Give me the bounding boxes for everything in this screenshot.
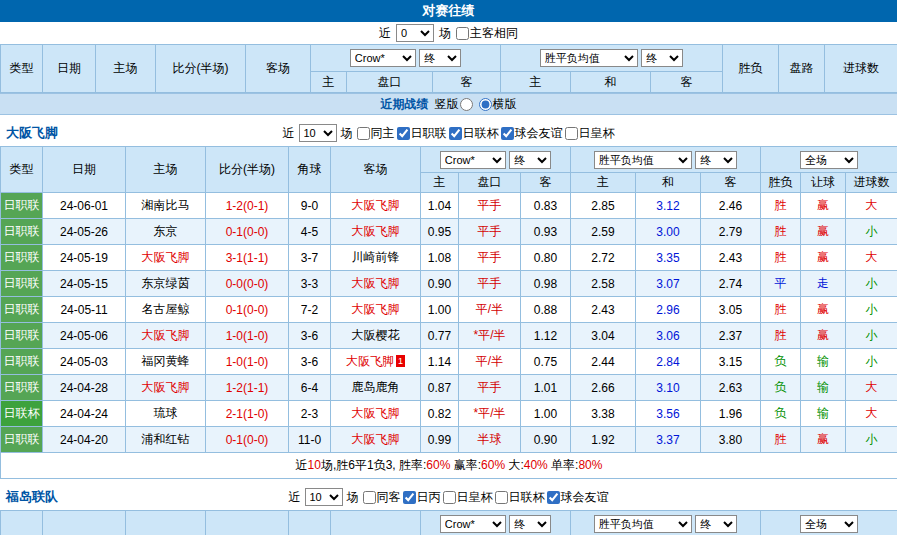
league-cell: 日职联 (1, 297, 43, 323)
avg-away-cell: 2.43 (701, 245, 761, 271)
filter-checkbox[interactable] (357, 127, 370, 140)
filter-option[interactable]: 球会友谊 (501, 125, 563, 142)
away-odds-cell: 1.00 (521, 401, 571, 427)
avg-odds-select[interactable]: 胜平负均值 (540, 49, 638, 67)
home-team-cell: 大阪飞脚 (126, 375, 206, 401)
goals-cell: 小 (846, 349, 897, 375)
home-team-cell: 琉球 (126, 401, 206, 427)
col-away: 客场 (246, 45, 311, 93)
filter-checkbox[interactable] (547, 491, 560, 504)
filter-checkbox[interactable] (397, 127, 410, 140)
avg-away-cell: 2.74 (701, 271, 761, 297)
avg-odds-select[interactable]: 胜平负均值 (594, 515, 692, 533)
filter-checkbox[interactable] (449, 127, 462, 140)
filter-option[interactable]: 日皇杯 (565, 125, 615, 142)
col-date: 日期 (43, 45, 96, 93)
odds-source-select[interactable]: Crow* (440, 151, 506, 169)
filter-checkbox[interactable] (565, 127, 578, 140)
checkbox-label: 日皇杯 (457, 489, 493, 506)
layout-vertical-option[interactable]: 竖版 (435, 96, 473, 113)
odds-source-select[interactable]: Crow* (440, 515, 506, 533)
summary-segment: 10 (308, 458, 321, 472)
filter-option[interactable]: 日皇杯 (443, 489, 493, 506)
col-handicap: 盘口 (347, 72, 433, 93)
col-goals: 进球数 (825, 45, 897, 93)
handicap-cell: 平手 (459, 375, 521, 401)
filter-option[interactable]: 球会友谊 (547, 489, 609, 506)
filter-option[interactable]: 日丙 (403, 489, 441, 506)
team2-count-select[interactable]: 10 (305, 488, 343, 506)
league-cell: 日职联 (1, 245, 43, 271)
handicap-result-cell: 走 (801, 271, 846, 297)
avg-away-cell: 2.37 (701, 323, 761, 349)
odds-stage-select[interactable]: 终 (509, 151, 551, 169)
handicap-cell: 平/半 (459, 297, 521, 323)
score-cell: 0-1(0-0) (206, 219, 289, 245)
avg-stage-select[interactable]: 终 (695, 151, 737, 169)
result-cell: 负 (761, 375, 801, 401)
filter-option[interactable]: 同主 (357, 125, 395, 142)
result-cell: 胜 (761, 193, 801, 219)
col-date (43, 511, 126, 535)
odds-stage-select[interactable]: 终 (509, 515, 551, 533)
handicap-cell: *平/半 (459, 401, 521, 427)
odds-stage-select[interactable]: 终 (419, 49, 461, 67)
match-row: 日职联24-05-03福冈黄蜂1-0(1-0)3-6大阪飞脚11.14平/半0.… (1, 349, 897, 375)
filter-option[interactable]: 日联杯 (449, 125, 499, 142)
goals-cell: 大 (846, 245, 897, 271)
col-handicap-result: 让球 (801, 173, 846, 193)
corner-cell: 6-4 (289, 375, 331, 401)
match-row: 日职联24-05-11名古屋鲸0-1(0-0)7-2大阪飞脚1.00平/半0.8… (1, 297, 897, 323)
same-venue-option[interactable]: 主客相同 (456, 25, 518, 42)
away-odds-cell: 0.93 (521, 219, 571, 245)
odds-source-select[interactable]: Crow* (350, 49, 416, 67)
avg-odds-select[interactable]: 胜平负均值 (594, 151, 692, 169)
score-cell: 0-0(0-0) (206, 271, 289, 297)
league-cell: 日职联 (1, 375, 43, 401)
score-cell: 1-0(1-0) (206, 349, 289, 375)
handicap-cell: 平手 (459, 193, 521, 219)
away-odds-cell: 0.88 (521, 297, 571, 323)
handicap-result-cell: 输 (801, 401, 846, 427)
team2-section-header: 福岛联队 近 10 场 同客日丙日皇杯日联杯球会友谊 (0, 484, 897, 510)
match-scope-select[interactable]: 全场 (800, 151, 858, 169)
filter-checkbox[interactable] (495, 491, 508, 504)
horizontal-radio[interactable] (479, 98, 492, 111)
filter-option[interactable]: 日联杯 (495, 489, 545, 506)
h2h-count-select[interactable]: 0 (396, 24, 434, 42)
red-card-badge: 1 (396, 355, 405, 367)
home-odds-cell: 0.87 (421, 375, 459, 401)
avg-home-cell: 2.44 (571, 349, 636, 375)
home-team-cell: 东京绿茵 (126, 271, 206, 297)
avg-home-cell: 2.58 (571, 271, 636, 297)
team1-count-select[interactable]: 10 (299, 124, 337, 142)
filter-checkbox[interactable] (363, 491, 376, 504)
avg-draw-cell: 3.37 (636, 427, 701, 453)
filter-checkbox[interactable] (501, 127, 514, 140)
col-avg-away: 客 (651, 72, 723, 93)
filter-option[interactable]: 同客 (363, 489, 401, 506)
result-cell: 胜 (761, 219, 801, 245)
layout-horizontal-option[interactable]: 横版 (479, 96, 517, 113)
avg-draw-cell: 3.10 (636, 375, 701, 401)
handicap-result-cell: 输 (801, 375, 846, 401)
avg-stage-select[interactable]: 终 (641, 49, 683, 67)
away-team-cell: 大阪飞脚 (331, 297, 421, 323)
checkbox-label: 球会友谊 (561, 489, 609, 506)
avg-away-cell: 1.96 (701, 401, 761, 427)
col-odds-home: 主 (421, 173, 459, 193)
avg-stage-select[interactable]: 终 (695, 515, 737, 533)
goals-cell: 大 (846, 193, 897, 219)
col-type: 类型 (1, 45, 43, 93)
vertical-radio[interactable] (460, 98, 473, 111)
filter-checkbox[interactable] (443, 491, 456, 504)
checkbox-label: 日联杯 (463, 125, 499, 142)
summary-segment: 60% (481, 458, 505, 472)
filter-checkbox[interactable] (403, 491, 416, 504)
match-scope-select[interactable]: 全场 (800, 515, 858, 533)
near-label: 近 (379, 25, 391, 42)
filter-option[interactable]: 日职联 (397, 125, 447, 142)
same-venue-checkbox[interactable] (456, 27, 469, 40)
match-row: 日职联24-05-19大阪飞脚3-1(1-1)3-7川崎前锋1.08平手0.80… (1, 245, 897, 271)
col-away (331, 511, 421, 535)
